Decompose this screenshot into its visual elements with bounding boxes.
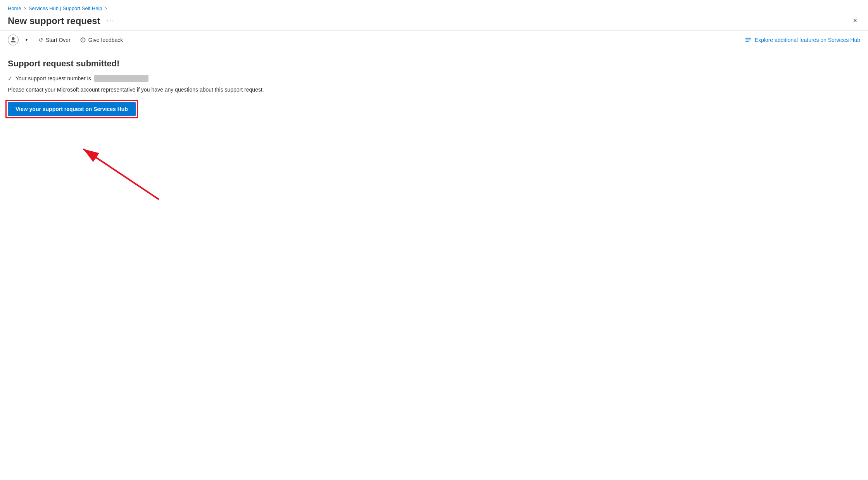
- view-support-request-button[interactable]: View your support request on Services Hu…: [8, 102, 136, 116]
- breadcrumb-home[interactable]: Home: [8, 5, 21, 11]
- breadcrumb-services-hub[interactable]: Services Hub | Support Self Help: [29, 5, 102, 11]
- toolbar-left: ▾ ↺ Start Over Give feedback: [8, 34, 127, 46]
- contact-message: Please contact your Microsoft account re…: [8, 87, 860, 93]
- request-number-label: Your support request number is: [16, 75, 91, 81]
- title-left: New support request ···: [8, 16, 117, 26]
- feedback-icon: [80, 37, 86, 43]
- explore-label: Explore additional features on Services …: [755, 37, 860, 43]
- user-avatar[interactable]: [8, 35, 19, 45]
- svg-line-1: [83, 149, 159, 199]
- annotation-arrow-svg: [8, 128, 240, 205]
- refresh-icon: ↺: [38, 36, 43, 43]
- request-number-row: ✓ Your support request number is: [8, 75, 860, 82]
- start-over-button[interactable]: ↺ Start Over: [35, 34, 74, 46]
- success-heading: Support request submitted!: [8, 59, 860, 69]
- request-number-redacted: [94, 75, 148, 82]
- give-feedback-button[interactable]: Give feedback: [76, 35, 127, 45]
- check-icon: ✓: [8, 75, 12, 81]
- give-feedback-label: Give feedback: [88, 37, 123, 43]
- breadcrumb: Home > Services Hub | Support Self Help …: [0, 0, 868, 14]
- toolbar: ▾ ↺ Start Over Give feedback Explore add…: [0, 30, 868, 49]
- main-content: Support request submitted! ✓ Your suppor…: [0, 59, 868, 205]
- user-icon: [10, 36, 17, 43]
- user-dropdown-button[interactable]: ▾: [20, 34, 33, 46]
- chevron-down-icon: ▾: [24, 36, 29, 43]
- breadcrumb-separator-2: >: [105, 6, 107, 11]
- ellipsis-button[interactable]: ···: [104, 16, 117, 26]
- close-button[interactable]: ×: [850, 15, 860, 26]
- page-title: New support request: [8, 16, 100, 26]
- breadcrumb-separator-1: >: [24, 6, 26, 11]
- start-over-label: Start Over: [46, 37, 71, 43]
- explore-icon: [745, 36, 752, 43]
- view-button-container: View your support request on Services Hu…: [8, 102, 136, 116]
- title-bar: New support request ··· ×: [0, 14, 868, 30]
- arrow-annotation: [8, 128, 240, 205]
- explore-features-link[interactable]: Explore additional features on Services …: [745, 36, 860, 43]
